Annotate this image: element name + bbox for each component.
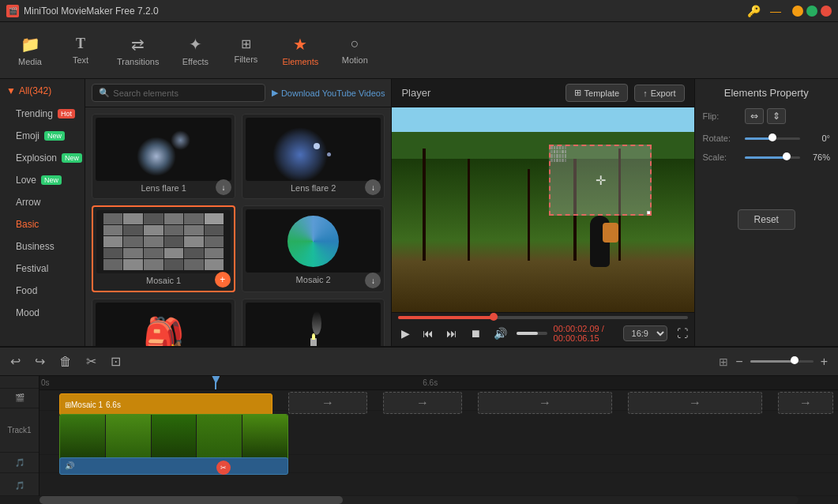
video-icon: 🎬 [15,393,24,402]
mosaic-element-overlay[interactable]: ✛ [549,145,652,216]
export-button[interactable]: ↑ Export [634,85,684,102]
mosaic-clip-label: Mosaic 1 [71,401,103,409]
sidebar-item-arrow[interactable]: Arrow [0,191,85,213]
next-frame-button[interactable]: ⏭ [443,325,460,341]
food-label: Food [16,285,37,296]
title-bar: 🎬 MiniTool MovieMaker Free 7.2.0 🔑 — [0,0,838,22]
basic-label: Basic [16,219,39,230]
playhead[interactable] [215,376,216,389]
resize-handle[interactable] [647,211,652,216]
zoom-in-button[interactable]: + [817,352,832,371]
trending-badge: Hot [58,109,75,118]
tool-text[interactable]: T Text [57,31,104,70]
tool-motion[interactable]: ○ Motion [331,31,378,70]
filters-label: Filters [234,55,257,64]
crop-button[interactable]: ⊡ [107,352,125,371]
mosaic-cell [554,146,556,149]
sidebar-all-header[interactable]: ▼ All(342) [0,79,85,103]
minimize-button[interactable] [792,6,803,17]
element-mosaic-1[interactable]: + Mosaic 1 [92,205,235,292]
scrollbar-thumb[interactable] [39,496,343,504]
aspect-ratio-select[interactable]: 16:9 9:16 1:1 [623,325,667,341]
element-mosaic-2[interactable]: ↓ Mosaic 2 [242,205,385,292]
tool-media[interactable]: 📁 Media [6,30,54,71]
playhead-head [212,376,220,384]
tree-3 [528,169,530,261]
play-button[interactable]: ▶ [398,325,413,341]
redo-button[interactable]: ↪ [31,352,49,371]
rotate-thumb[interactable] [768,134,776,141]
element-track-row: ⊞ Mosaic 1 6.6s → → → → → [39,390,838,411]
tool-effects[interactable]: ✦ Effects [171,30,219,71]
filters-icon: ⊞ [241,36,251,51]
sidebar-item-love[interactable]: Love New [0,169,85,191]
text-label: Text [73,55,88,65]
controls-row: ▶ ⏮ ⏭ ⏹ 🔊 00:00:02.09 / 00:00:06.15 16:9… [398,324,687,343]
progress-bar[interactable] [398,316,687,319]
zoom-controls: ⊞ − + [719,352,832,371]
undo-button[interactable]: ↩ [6,352,24,371]
flip-horizontal-button[interactable]: ⇔ [745,108,764,124]
key-icon[interactable]: 🔑 [747,5,761,17]
sidebar-item-business[interactable]: Business [0,235,85,258]
template-button[interactable]: ⊞ Template [566,84,629,102]
tool-transitions[interactable]: ⇄ Transitions [107,30,168,71]
lens-flare-2-name: Lens flare 2 [246,181,381,195]
volume-slider[interactable] [517,332,547,335]
reset-button[interactable]: Reset [738,209,795,230]
prev-frame-button[interactable]: ⏮ [419,325,437,341]
tree-1 [423,149,426,261]
audio-clip[interactable]: 🔊 ✂ [59,457,288,475]
close-button[interactable] [821,6,832,17]
player-header: Player ⊞ Template ↑ Export [392,79,693,107]
mute-button[interactable]: 🔊 [490,325,510,341]
rotate-slider[interactable] [745,137,800,140]
horizontal-scrollbar[interactable] [39,496,799,504]
settings-icon[interactable]: — [770,5,781,17]
business-label: Business [16,241,54,252]
mosaic-1-add[interactable]: + [215,272,231,288]
mosaic-cell [556,154,558,157]
download-label: Download YouTube Videos [281,88,385,98]
sidebar-item-trending[interactable]: Trending Hot [0,103,85,125]
lens-flare-1-download[interactable]: ↓ [216,179,231,195]
search-box[interactable]: 🔍 Search elements [92,84,265,102]
cut-button[interactable]: ✂ [82,352,100,371]
fullscreen-button[interactable]: ⛶ [677,327,688,340]
element-lens-flare-2[interactable]: ↓ Lens flare 2 [242,114,385,199]
sidebar-item-mood[interactable]: Mood [0,302,85,324]
collapse-arrow: ▼ [6,85,16,96]
content-panel: 🔍 Search elements ▶ Download YouTube Vid… [85,79,392,346]
sidebar-item-basic[interactable]: Basic [0,213,85,235]
sidebar-item-emoji[interactable]: Emoji New [0,125,85,147]
sidebar-item-festival[interactable]: Festival [0,258,85,280]
mosaic-cell [565,150,567,153]
youtube-icon: ▶ [272,88,278,98]
export-label: Export [651,88,676,98]
element-smoke[interactable]: ↓ Smoke [242,299,385,346]
zoom-slider[interactable] [750,360,814,363]
element-backpack[interactable]: 🎒 ↓ Backpack [92,299,235,346]
element-lens-flare-1[interactable]: ↓ Lens flare 1 [92,114,235,199]
sidebar-item-explosion[interactable]: Explosion New [0,147,85,169]
stop-button[interactable]: ⏹ [467,325,484,341]
flip-vertical-button[interactable]: ⇕ [767,108,786,124]
sidebar-item-food[interactable]: Food [0,280,85,302]
download-youtube-button[interactable]: ▶ Download YouTube Videos [272,88,385,98]
backpack-preview: 🎒 [96,303,231,346]
maximize-button[interactable] [806,6,817,17]
mosaic-cell [559,159,562,162]
titlebar-icons: 🔑 — [747,5,781,17]
progress-thumb[interactable] [490,313,498,321]
scale-slider[interactable] [745,156,800,159]
drag-handle[interactable] [597,145,603,146]
motion-icon: ○ [351,36,359,52]
player-canvas: ✛ [392,107,693,312]
tool-filters[interactable]: ⊞ Filters [222,32,269,69]
zoom-out-button[interactable]: − [731,352,746,371]
delete-button[interactable]: 🗑 [55,352,76,371]
zoom-thumb[interactable] [791,356,799,364]
tool-elements[interactable]: ★ Elements [272,30,328,71]
emoji-label: Emoji [16,130,39,141]
scale-thumb[interactable] [783,152,791,160]
